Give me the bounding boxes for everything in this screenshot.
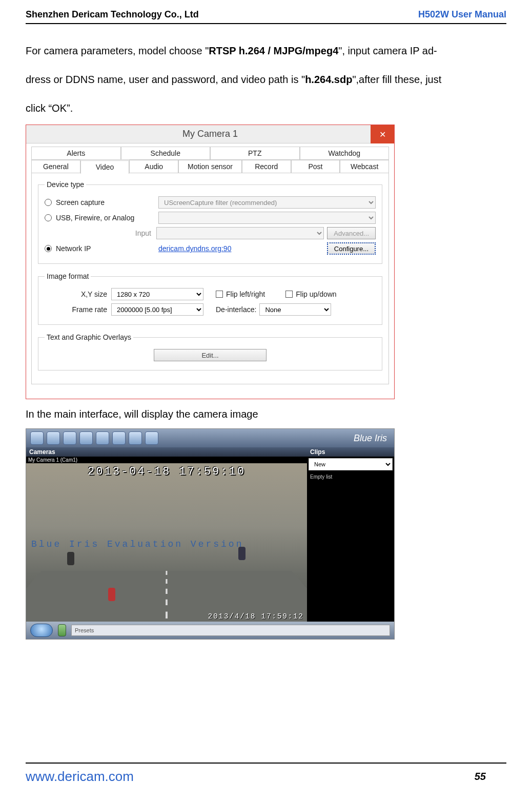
deinterlace-select[interactable]: None <box>259 303 331 316</box>
input-select[interactable] <box>156 227 324 239</box>
bold-text: h.264.sdp <box>305 74 352 85</box>
text: ", input camera IP ad- <box>338 45 437 56</box>
cameras-header: Cameras <box>26 447 307 457</box>
page-number: 55 <box>454 771 506 783</box>
radio-label: Screen capture <box>56 198 158 207</box>
device-type-group: Device type Screen capture UScreenCaptur… <box>38 180 382 264</box>
toolbar-icon[interactable] <box>63 431 76 445</box>
text: For camera parameters, model choose " <box>26 45 209 56</box>
paragraph-2: dress or DDNS name, user and password, a… <box>26 67 506 92</box>
image-format-group: Image format X,Y size 1280 x 720 Flip le… <box>38 272 382 325</box>
tab-alerts[interactable]: Alerts <box>31 147 121 160</box>
dialog-title: My Camera 1 <box>182 129 238 139</box>
toolbar-icon[interactable] <box>30 431 44 445</box>
bold-text: RTSP h.264 / MJPG/mpeg4 <box>209 45 338 56</box>
toolbar-icon[interactable] <box>47 431 60 445</box>
tab-video[interactable]: Video <box>80 160 130 174</box>
close-button[interactable]: ✕ <box>371 125 394 143</box>
tab-webcast[interactable]: Webcast <box>340 160 389 173</box>
toolbar-icon[interactable] <box>79 431 93 445</box>
person-figure <box>67 552 74 565</box>
input-label: Input <box>54 229 156 237</box>
osd-timestamp-bottom: 2013/4/18 17:59:12 <box>208 612 304 621</box>
manual-title: H502W User Manual <box>418 9 506 20</box>
paragraph-3: click “OK”. <box>26 96 506 120</box>
footer-divider <box>26 763 506 764</box>
camera-settings-dialog: My Camera 1 ✕ Alerts Schedule PTZ Watchd… <box>26 125 395 399</box>
overlays-group: Text and Graphic Overlays Edit... <box>38 333 382 370</box>
tab-schedule[interactable]: Schedule <box>121 147 211 160</box>
radio-usb[interactable] <box>45 214 52 221</box>
dialog-titlebar: My Camera 1 ✕ <box>26 125 394 143</box>
ptz-control-icon[interactable] <box>30 624 53 637</box>
tab-ptz[interactable]: PTZ <box>210 147 300 160</box>
xy-label: X,Y size <box>45 290 111 298</box>
caption-2: In the main interface, will display the … <box>26 408 506 420</box>
tab-audio[interactable]: Audio <box>129 160 178 173</box>
tab-post[interactable]: Post <box>291 160 340 173</box>
bi-brand-label: Blue Iris <box>354 433 387 444</box>
blue-iris-window: Blue Iris Cameras My Camera 1 (Cam1) 201… <box>26 428 395 640</box>
usb-select[interactable] <box>158 212 376 224</box>
bi-toolbar: Blue Iris <box>26 429 394 447</box>
paragraph-1: For camera parameters, model choose "RTS… <box>26 38 506 63</box>
radio-screen-capture[interactable] <box>45 199 52 206</box>
toolbar-icon[interactable] <box>145 431 158 445</box>
person-figure <box>108 588 115 601</box>
radio-label: USB, Firewire, or Analog <box>56 214 158 222</box>
footer-url: www.dericam.com <box>26 769 134 785</box>
camera-label: My Camera 1 (Cam1) <box>26 457 307 463</box>
toolbar-icon[interactable] <box>129 431 142 445</box>
image-format-legend: Image format <box>45 272 91 280</box>
tab-watchdog[interactable]: Watchdog <box>300 147 390 160</box>
radio-label: Network IP <box>56 244 158 253</box>
configure-button[interactable]: Configure... <box>327 242 376 255</box>
clip-filter-select[interactable]: New <box>309 458 393 470</box>
toolbar-icon[interactable] <box>96 431 109 445</box>
clips-header: Clips <box>307 447 394 457</box>
flip-lr-label: Flip left/right <box>226 290 265 298</box>
flip-ud-label: Flip up/down <box>296 290 336 298</box>
radio-network-ip[interactable] <box>45 245 52 252</box>
framerate-label: Frame rate <box>45 305 111 314</box>
evaluation-watermark: Blue Iris Evaluation Version <box>26 539 307 549</box>
overlays-legend: Text and Graphic Overlays <box>45 333 133 341</box>
tab-general[interactable]: General <box>31 160 80 173</box>
bi-footer: Presets <box>26 622 394 639</box>
deinterlace-label: De-interlace: <box>216 305 259 314</box>
company-name: Shenzhen Dericam Technology Co., Ltd <box>26 9 199 20</box>
toolbar-icon[interactable] <box>112 431 126 445</box>
zoom-control-icon[interactable] <box>58 624 66 636</box>
clips-empty-label: Empty list <box>307 472 394 482</box>
edit-overlays-button[interactable]: Edit... <box>154 349 267 361</box>
screen-capture-select[interactable]: UScreenCapture filter (recommended) <box>158 196 376 209</box>
person-figure <box>238 547 245 560</box>
device-type-legend: Device type <box>45 180 86 189</box>
video-feed[interactable]: 2013-04-18 17:59:10 Blue Iris Evaluation… <box>26 463 307 622</box>
text: dress or DDNS name, user and password, a… <box>26 74 305 85</box>
flip-lr-checkbox[interactable] <box>216 291 223 298</box>
network-ip-link[interactable]: dericam.dyndns.org:90 <box>158 244 324 253</box>
tab-record[interactable]: Record <box>242 160 291 173</box>
tab-motion-sensor[interactable]: Motion sensor <box>178 160 242 173</box>
framerate-select[interactable]: 2000000 [5.00 fps] <box>111 303 203 316</box>
flip-ud-checkbox[interactable] <box>285 291 293 298</box>
text: ",after fill these, just <box>352 74 441 85</box>
xy-size-select[interactable]: 1280 x 720 <box>111 288 203 300</box>
advanced-button[interactable]: Advanced... <box>327 227 376 239</box>
osd-timestamp-top: 2013-04-18 17:59:10 <box>26 465 307 478</box>
presets-box[interactable]: Presets <box>71 625 390 636</box>
header-divider <box>26 23 506 24</box>
tabs: Alerts Schedule PTZ Watchdog General Vid… <box>31 147 389 173</box>
close-icon: ✕ <box>379 130 386 139</box>
